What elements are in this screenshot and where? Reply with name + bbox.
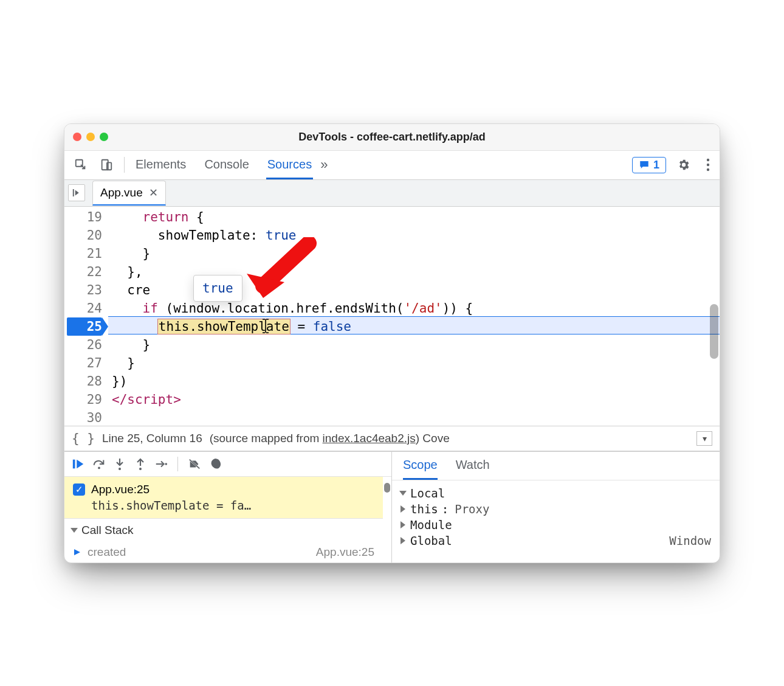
panel-tabs: Elements Console Sources — [134, 150, 313, 179]
step-out-icon[interactable] — [134, 457, 147, 471]
svg-rect-6 — [73, 459, 75, 468]
svg-point-10 — [165, 463, 167, 465]
value-tooltip: true — [193, 275, 242, 302]
tooltip-value: true — [202, 281, 233, 296]
svg-point-7 — [98, 466, 100, 469]
line-number[interactable]: 27 — [67, 354, 102, 372]
file-tabs-row: App.vue ✕ — [64, 180, 720, 207]
string-literal: '/ad' — [404, 301, 442, 316]
triangle-right-icon — [401, 505, 405, 513]
triangle-right-icon — [401, 537, 405, 544]
deactivate-breakpoints-icon[interactable] — [188, 457, 201, 471]
cursor-position: Line 25, Column 16 — [102, 432, 202, 445]
minimize-icon[interactable] — [86, 133, 95, 141]
debugger-left-pane: ✓ App.vue:25 this.showTemplate = fa… Cal… — [64, 452, 392, 563]
scope-tree: Local this: Proxy Module Global Windo — [392, 480, 720, 553]
mapped-file-link[interactable]: index.1ac4eab2.js — [323, 432, 416, 445]
scope-this[interactable]: this: Proxy — [401, 501, 711, 517]
tab-console[interactable]: Console — [203, 150, 250, 179]
source-map-info: (source mapped from index.1ac4eab2.js) C… — [210, 432, 450, 445]
line-number[interactable]: 21 — [67, 244, 102, 263]
pretty-print-icon[interactable]: { } — [72, 431, 95, 446]
line-number[interactable]: 24 — [67, 299, 102, 317]
svg-point-8 — [119, 468, 121, 470]
close-icon[interactable]: ✕ — [149, 186, 158, 199]
line-gutter[interactable]: 19 20 21 22 23 24 25 26 27 28 29 30 — [64, 207, 108, 426]
current-frame-icon — [73, 548, 83, 556]
titlebar: DevTools - coffee-cart.netlify.app/ad — [64, 124, 720, 151]
scrollbar-thumb[interactable] — [710, 304, 718, 359]
window-title: DevTools - coffee-cart.netlify.app/ad — [64, 131, 720, 144]
line-number[interactable]: 30 — [67, 409, 102, 426]
code-area[interactable]: return { showTemplate: true } }, created… — [108, 207, 720, 426]
scope-local[interactable]: Local — [401, 485, 711, 501]
navigator-toggle-icon[interactable] — [68, 184, 85, 201]
menu-icon[interactable] — [701, 156, 715, 174]
coverage-dropdown-icon[interactable]: ▾ — [696, 431, 712, 446]
breakpoint-location: App.vue:25 — [91, 483, 150, 496]
code-editor[interactable]: 19 20 21 22 23 24 25 26 27 28 29 30 retu… — [64, 207, 720, 426]
triangle-right-icon — [401, 521, 405, 528]
svg-point-4 — [707, 164, 709, 166]
line-number[interactable]: 29 — [67, 390, 102, 409]
debugger-right-pane: Scope Watch Local this: Proxy Module — [392, 452, 720, 563]
scope-watch-tabs: Scope Watch — [392, 452, 720, 480]
breakpoint-snippet: this.showTemplate = fa… — [73, 499, 374, 512]
svg-point-5 — [707, 168, 709, 171]
file-tab-label: App.vue — [100, 186, 143, 199]
line-number[interactable]: 23 — [67, 281, 102, 299]
boolean-literal: false — [313, 319, 351, 334]
line-number[interactable]: 19 — [67, 208, 102, 226]
maximize-icon[interactable] — [100, 133, 108, 141]
editor-statusbar: { } Line 25, Column 16 (source mapped fr… — [64, 426, 720, 451]
scope-global[interactable]: Global Window — [401, 533, 711, 549]
keyword: if — [143, 301, 158, 316]
step-into-icon[interactable] — [113, 457, 126, 471]
debugger-panel: ✓ App.vue:25 this.showTemplate = fa… Cal… — [64, 451, 720, 563]
checkbox-checked-icon[interactable]: ✓ — [73, 483, 85, 496]
separator — [124, 157, 125, 173]
breakpoint-item[interactable]: ✓ App.vue:25 this.showTemplate = fa… — [64, 477, 383, 519]
triangle-down-icon — [399, 491, 407, 496]
resume-icon[interactable] — [72, 457, 85, 471]
tab-watch[interactable]: Watch — [456, 458, 490, 480]
keyword: return — [143, 210, 189, 224]
inspect-element-icon[interactable] — [69, 156, 92, 174]
file-tab-app-vue[interactable]: App.vue ✕ — [92, 181, 166, 206]
traffic-lights — [73, 133, 108, 141]
main-toolbar: Elements Console Sources » 1 — [64, 151, 720, 180]
pause-on-exceptions-icon[interactable] — [208, 457, 222, 471]
device-toolbar-icon[interactable] — [95, 156, 118, 174]
boolean-literal: true — [266, 228, 297, 243]
callstack-header[interactable]: Call Stack — [64, 519, 383, 542]
triangle-down-icon — [70, 528, 78, 533]
issues-count: 1 — [653, 159, 659, 172]
breakpoint-line-number[interactable]: 25 — [67, 317, 102, 336]
close-icon[interactable] — [73, 133, 81, 141]
issues-badge[interactable]: 1 — [632, 157, 666, 173]
scope-module[interactable]: Module — [401, 517, 711, 533]
separator — [177, 457, 178, 471]
svg-point-9 — [139, 468, 142, 470]
devtools-window: DevTools - coffee-cart.netlify.app/ad El… — [64, 123, 720, 563]
hovered-expression[interactable]: this.showTemplate — [158, 319, 290, 334]
line-number[interactable]: 28 — [67, 372, 102, 390]
line-number[interactable]: 20 — [67, 226, 102, 244]
debugger-controls — [64, 452, 391, 477]
text-cursor-icon — [261, 318, 270, 334]
svg-point-3 — [707, 159, 709, 161]
line-number[interactable]: 22 — [67, 263, 102, 281]
more-tabs-icon[interactable]: » — [315, 154, 332, 175]
tab-scope[interactable]: Scope — [403, 458, 438, 480]
tab-sources[interactable]: Sources — [266, 150, 313, 179]
step-over-icon[interactable] — [92, 457, 106, 471]
tab-elements[interactable]: Elements — [134, 150, 187, 179]
step-icon[interactable] — [154, 457, 168, 471]
scrollbar[interactable] — [383, 477, 391, 563]
callstack-item[interactable]: created App.vue:25 — [64, 542, 383, 563]
settings-icon[interactable] — [672, 156, 695, 174]
line-number[interactable]: 26 — [67, 336, 102, 354]
